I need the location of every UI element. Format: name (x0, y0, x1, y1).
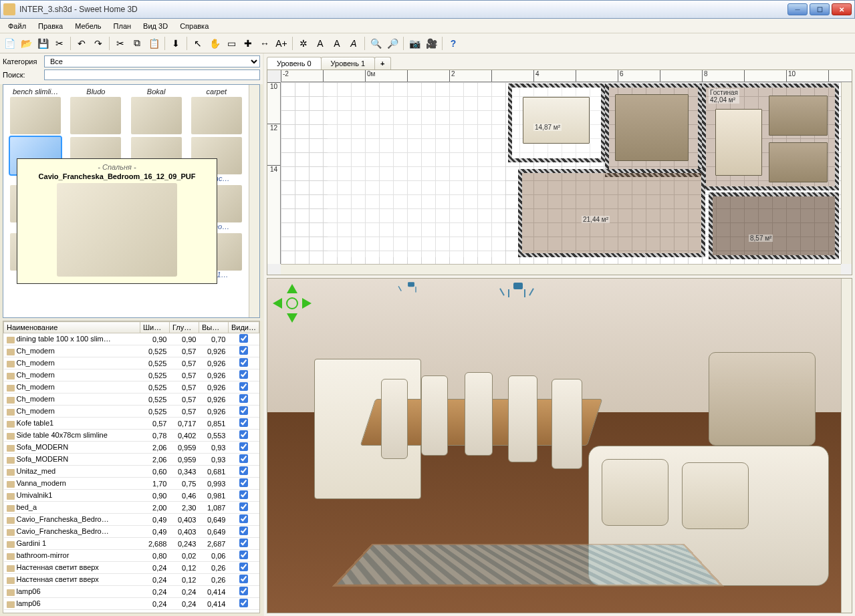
plan-scrollbar-v[interactable] (841, 82, 852, 264)
visible-checkbox[interactable] (239, 358, 248, 367)
visible-checkbox[interactable] (239, 466, 248, 475)
catalog-item[interactable]: Bludo (66, 88, 125, 134)
visible-checkbox[interactable] (239, 551, 248, 559)
visible-checkbox[interactable] (239, 430, 248, 439)
maximize-button[interactable]: ☐ (810, 3, 830, 15)
table-row[interactable]: dining table 100 x 100 slim…0,900,900,70 (4, 333, 259, 345)
select-icon[interactable]: ↖ (191, 36, 205, 51)
table-row[interactable]: lamp060,240,240,414 (4, 598, 259, 610)
table-row[interactable]: bed_a2,002,301,087 (4, 502, 259, 514)
table-row[interactable]: Ch_modern0,5250,570,926 (4, 369, 259, 381)
nav-down-icon[interactable] (287, 313, 297, 323)
tab-level-0[interactable]: Уровень 0 (267, 57, 322, 69)
table-row[interactable]: Настенная светит вверх0,240,120,26 (4, 562, 259, 574)
visible-checkbox[interactable] (239, 526, 248, 535)
table-row[interactable]: Cavio_Francheska_Bedro…0,490,4030,649 (4, 514, 259, 526)
category-select[interactable]: Все (44, 55, 260, 67)
menu-3dview[interactable]: Вид 3D (138, 21, 173, 31)
zoomin-icon[interactable]: 🔍 (368, 36, 383, 51)
titlebar[interactable]: INTER_3.sh3d - Sweet Home 3D ─ ☐ ✕ (0, 0, 855, 19)
table-row[interactable]: Ch_modern0,5250,570,926 (4, 381, 259, 394)
table-row[interactable]: Side table 40x78cm slimline0,780,4020,55… (4, 430, 259, 442)
col-width[interactable]: Ши… (140, 322, 169, 333)
table-row[interactable]: Sofa_MODERN2,060,9590,93 (4, 454, 259, 466)
visible-checkbox[interactable] (239, 394, 248, 403)
zoomout-icon[interactable]: 🔎 (385, 36, 400, 51)
undo-icon[interactable]: ↶ (74, 36, 89, 51)
pan-icon[interactable]: ✋ (207, 36, 222, 51)
prefs-icon[interactable]: ✂ (52, 36, 67, 51)
col-name[interactable]: Наименование (4, 322, 140, 333)
minimize-button[interactable]: ─ (787, 3, 808, 15)
3d-view[interactable] (267, 278, 852, 613)
visible-checkbox[interactable] (239, 418, 248, 427)
menu-help[interactable]: Справка (174, 21, 214, 31)
visible-checkbox[interactable] (239, 334, 248, 343)
table-row[interactable]: lamp060,240,240,414 (4, 586, 259, 598)
paste-icon[interactable]: 📋 (146, 36, 161, 51)
furniture-list[interactable]: Наименование Ши… Глу… Вы… Види… dining t… (3, 321, 260, 613)
col-height[interactable]: Вы… (199, 322, 228, 333)
visible-checkbox[interactable] (239, 563, 248, 571)
visible-checkbox[interactable] (239, 502, 248, 511)
table-row[interactable]: Ch_modern0,5250,570,926 (4, 357, 259, 369)
plan-scrollbar-h[interactable] (281, 264, 841, 275)
video-icon[interactable]: 🎥 (424, 36, 439, 51)
nav-up-icon[interactable] (287, 284, 297, 293)
visible-checkbox[interactable] (239, 575, 248, 583)
table-row[interactable]: Sofa_MODERN2,060,9590,93 (4, 442, 259, 454)
redo-icon[interactable]: ↷ (91, 36, 106, 51)
addfurn-icon[interactable]: ⬇ (168, 36, 183, 51)
visible-checkbox[interactable] (239, 442, 248, 451)
table-row[interactable]: Gardini 12,6880,2432,687 (4, 538, 259, 550)
copy-icon[interactable]: ⧉ (130, 36, 144, 51)
table-row[interactable]: Cavio_Francheska_Bedro…0,490,4030,649 (4, 526, 259, 538)
nav-right-icon[interactable] (302, 298, 312, 309)
table-row[interactable]: Unitaz_med0,600,3430,681 (4, 466, 259, 478)
visible-checkbox[interactable] (239, 538, 248, 547)
menu-furniture[interactable]: Мебель (70, 21, 106, 31)
table-row[interactable]: Kofe table10,570,7170,851 (4, 418, 259, 430)
wall-icon[interactable]: ▭ (224, 36, 239, 51)
visible-checkbox[interactable] (239, 346, 248, 355)
col-visible[interactable]: Види… (228, 322, 259, 333)
nav-left-icon[interactable] (273, 298, 282, 309)
style1-icon[interactable]: A (313, 36, 328, 51)
table-row[interactable]: Ch_modern0,5250,570,926 (4, 394, 259, 406)
floorplan[interactable]: -20м246810121416 101214 14,87 м² 21,44 м… (267, 69, 852, 275)
nav-center-icon[interactable] (286, 297, 298, 309)
menu-plan[interactable]: План (108, 21, 137, 31)
dimension-icon[interactable]: ↔ (257, 36, 272, 51)
photo-icon[interactable]: 📷 (407, 36, 422, 51)
room-icon[interactable]: ✚ (241, 36, 255, 51)
catalog-item[interactable]: Bokal (127, 88, 186, 134)
visible-checkbox[interactable] (239, 587, 248, 595)
table-row[interactable]: bathroom-mirror0,800,020,06 (4, 550, 259, 562)
catalog-item[interactable]: bench slimli… (6, 88, 65, 134)
visible-checkbox[interactable] (239, 406, 248, 415)
visible-checkbox[interactable] (239, 478, 248, 487)
style3-icon[interactable]: A (346, 36, 361, 51)
visible-checkbox[interactable] (239, 599, 248, 607)
table-row[interactable]: Ch_modern0,5250,570,926 (4, 406, 259, 418)
visible-checkbox[interactable] (239, 382, 248, 391)
col-depth[interactable]: Глу… (169, 322, 199, 333)
search-input[interactable] (44, 69, 260, 80)
text-icon[interactable]: A+ (274, 36, 289, 51)
catalog-scrollbar[interactable] (249, 85, 259, 317)
3d-scrollbar[interactable] (841, 279, 852, 613)
visible-checkbox[interactable] (239, 370, 248, 379)
table-row[interactable]: Ch_modern0,5250,570,926 (4, 345, 259, 357)
save-icon[interactable]: 💾 (35, 36, 50, 51)
catalog-item[interactable]: carpet (187, 88, 246, 134)
open-icon[interactable]: 📂 (19, 36, 33, 51)
3d-nav-widget[interactable] (273, 284, 312, 323)
tab-add-level[interactable]: + (374, 57, 390, 69)
compass-icon[interactable]: ✲ (296, 36, 311, 51)
style2-icon[interactable]: A (330, 36, 344, 51)
table-row[interactable]: Umivalnik10,900,460,981 (4, 490, 259, 502)
tab-level-1[interactable]: Уровень 1 (321, 57, 376, 69)
visible-checkbox[interactable] (239, 490, 248, 499)
visible-checkbox[interactable] (239, 514, 248, 523)
visible-checkbox[interactable] (239, 454, 248, 463)
